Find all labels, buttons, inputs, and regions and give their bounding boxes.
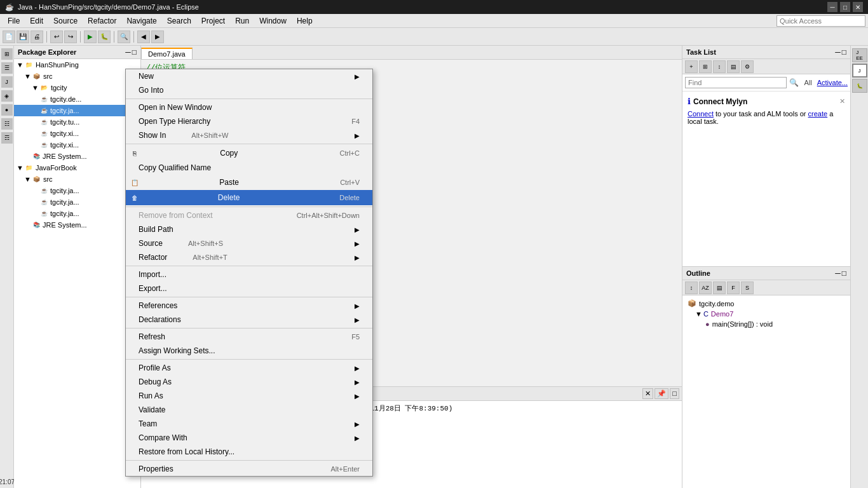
outline-item-package[interactable]: 📦 tgcity.demo bbox=[685, 298, 848, 309]
panel-minimize[interactable]: ─ bbox=[125, 48, 131, 57]
activate-link[interactable]: Activate... bbox=[817, 79, 848, 86]
tree-item-tgcityxi2[interactable]: ☕ tgcity.xi... bbox=[14, 139, 140, 151]
ctx-item-opentypehier[interactable]: Open Type Hierarchy F4 bbox=[126, 114, 372, 128]
connect-link[interactable]: Connect bbox=[688, 110, 714, 118]
ctx-item-export[interactable]: Export... bbox=[126, 281, 372, 295]
left-icon-7[interactable]: ☶ bbox=[1, 132, 13, 144]
ctx-item-import[interactable]: Import... bbox=[126, 268, 372, 281]
create-link[interactable]: create bbox=[808, 110, 828, 118]
title-bar-controls[interactable]: ─ □ ✕ bbox=[827, 2, 863, 12]
tree-item-ja2[interactable]: ☕ tgcity.ja... bbox=[14, 196, 140, 208]
toolbar-search[interactable]: 🔍 bbox=[118, 30, 130, 43]
ctx-item-showin[interactable]: Show In Alt+Shift+W ▶ bbox=[126, 128, 372, 142]
ctx-item-refactor[interactable]: Refactor Alt+Shift+T ▶ bbox=[126, 250, 372, 264]
menu-file[interactable]: File bbox=[3, 15, 25, 27]
task-list-minimize[interactable]: ─ bbox=[835, 48, 841, 57]
tree-item-tgcityja-selected[interactable]: ☕ tgcity.ja... bbox=[14, 105, 140, 116]
menu-edit[interactable]: Edit bbox=[25, 15, 48, 27]
menu-help[interactable]: Help bbox=[292, 15, 318, 27]
tree-item-ja3[interactable]: ☕ tgcity.ja... bbox=[14, 208, 140, 219]
tree-item-jresys1[interactable]: 📚 JRE System... bbox=[14, 151, 140, 162]
console-close-btn[interactable]: ✕ bbox=[642, 388, 653, 399]
outline-class-label[interactable]: Demo7 bbox=[711, 310, 733, 318]
outline-hide-btn[interactable]: ↕ bbox=[685, 281, 698, 294]
ctx-item-team[interactable]: Team ▶ bbox=[126, 417, 372, 431]
left-icon-6[interactable]: ☷ bbox=[1, 118, 13, 130]
task-settings-btn[interactable]: ⚙ bbox=[741, 60, 754, 73]
maximize-button[interactable]: □ bbox=[840, 2, 850, 12]
outline-item-class[interactable]: ▼ C Demo7 bbox=[685, 309, 848, 319]
console-pin-btn[interactable]: 📌 bbox=[654, 388, 668, 399]
toolbar-redo[interactable]: ↪ bbox=[64, 30, 77, 43]
persp-java[interactable]: J bbox=[852, 64, 867, 78]
ctx-item-properties[interactable]: Properties Alt+Enter bbox=[126, 462, 372, 476]
tree-item-tgcityxi1[interactable]: ☕ tgcity.xi... bbox=[14, 128, 140, 139]
toolbar-debug[interactable]: 🐛 bbox=[98, 30, 111, 43]
left-icon-3[interactable]: J bbox=[1, 76, 13, 88]
task-list-maximize[interactable]: □ bbox=[842, 48, 846, 57]
menu-window[interactable]: Window bbox=[254, 15, 292, 27]
editor-tab-demo7[interactable]: Demo7.java bbox=[141, 48, 193, 59]
connect-mylyn-close[interactable]: ✕ bbox=[839, 97, 845, 105]
outline-field-btn[interactable]: F bbox=[727, 281, 740, 294]
quick-access-input[interactable] bbox=[776, 15, 865, 27]
tree-item-ja1[interactable]: ☕ tgcity.ja... bbox=[14, 185, 140, 196]
persp-javaee[interactable]: JEE bbox=[852, 48, 867, 62]
toolbar-print[interactable]: 🖨 bbox=[31, 30, 43, 43]
left-icon-4[interactable]: ◈ bbox=[1, 90, 13, 102]
ctx-item-paste[interactable]: 📋 Paste Ctrl+V bbox=[126, 175, 372, 190]
task-sort-btn[interactable]: ↕ bbox=[713, 60, 726, 73]
ctx-item-new[interactable]: New ▶ bbox=[126, 69, 372, 83]
left-icon-1[interactable]: ⊞ bbox=[1, 48, 13, 60]
task-group-btn[interactable]: ▤ bbox=[727, 60, 740, 73]
outline-group-btn[interactable]: ▤ bbox=[713, 281, 726, 294]
menu-refactor[interactable]: Refactor bbox=[83, 15, 121, 27]
ctx-item-declarations[interactable]: Declarations ▶ bbox=[126, 313, 372, 327]
tree-item-hanshunping[interactable]: ▼ 📁 HanShunPing bbox=[14, 59, 140, 71]
task-filter-btn[interactable]: ⊞ bbox=[699, 60, 712, 73]
tree-item-src1[interactable]: ▼ 📦 src bbox=[14, 71, 140, 82]
ctx-item-delete[interactable]: 🗑 Delete Delete bbox=[126, 190, 372, 205]
ctx-item-refresh[interactable]: Refresh F5 bbox=[126, 330, 372, 344]
task-find-input[interactable] bbox=[685, 77, 787, 88]
ctx-item-source[interactable]: Source Alt+Shift+S ▶ bbox=[126, 236, 372, 250]
ctx-item-workingsets[interactable]: Assign Working Sets... bbox=[126, 344, 372, 358]
toolbar-undo[interactable]: ↩ bbox=[50, 30, 63, 43]
menu-run[interactable]: Run bbox=[230, 15, 254, 27]
ctx-item-copyqualified[interactable]: Copy Qualified Name bbox=[126, 161, 372, 175]
menu-project[interactable]: Project bbox=[196, 15, 230, 27]
toolbar-forward[interactable]: ▶ bbox=[151, 30, 164, 43]
menu-search[interactable]: Search bbox=[162, 15, 196, 27]
tree-item-tgcity[interactable]: ▼ 📂 tgcity bbox=[14, 82, 140, 93]
ctx-item-copy[interactable]: ⎘ Copy Ctrl+C bbox=[126, 146, 372, 161]
outline-item-method[interactable]: ● main(String[]) : void bbox=[685, 319, 848, 329]
persp-debug[interactable]: 🐛 bbox=[852, 79, 867, 93]
tree-item-tgcitytu[interactable]: ☕ tgcity.tu... bbox=[14, 116, 140, 128]
ctx-item-references[interactable]: References ▶ bbox=[126, 299, 372, 313]
task-add-btn[interactable]: + bbox=[685, 60, 698, 73]
ctx-item-openwindow[interactable]: Open in New Window bbox=[126, 100, 372, 114]
ctx-item-buildpath[interactable]: Build Path ▶ bbox=[126, 222, 372, 236]
toolbar-run[interactable]: ▶ bbox=[84, 30, 97, 43]
toolbar-save[interactable]: 💾 bbox=[17, 30, 29, 43]
ctx-item-profileas[interactable]: Profile As ▶ bbox=[126, 361, 372, 375]
outline-sort-btn[interactable]: AZ bbox=[699, 281, 712, 294]
minimize-button[interactable]: ─ bbox=[827, 2, 837, 12]
left-icon-2[interactable]: ☰ bbox=[1, 62, 13, 74]
left-icon-5[interactable]: ● bbox=[1, 104, 13, 116]
tree-item-javaforbook[interactable]: ▼ 📁 JavaForBook bbox=[14, 162, 140, 173]
console-max-btn[interactable]: □ bbox=[670, 388, 679, 399]
menu-source[interactable]: Source bbox=[48, 15, 83, 27]
ctx-item-comparewith[interactable]: Compare With ▶ bbox=[126, 431, 372, 445]
panel-maximize[interactable]: □ bbox=[132, 48, 137, 57]
tree-item-tgcityde[interactable]: ☕ tgcity.de... bbox=[14, 93, 140, 105]
outline-minimize[interactable]: ─ bbox=[835, 269, 841, 278]
close-button[interactable]: ✕ bbox=[853, 2, 863, 12]
outline-maximize[interactable]: □ bbox=[842, 269, 846, 278]
toolbar-new[interactable]: 📄 bbox=[3, 30, 15, 43]
ctx-item-debugas[interactable]: Debug As ▶ bbox=[126, 375, 372, 389]
ctx-item-restorefromlocal[interactable]: Restore from Local History... bbox=[126, 445, 372, 459]
menu-navigate[interactable]: Navigate bbox=[121, 15, 161, 27]
outline-static-btn[interactable]: S bbox=[741, 281, 754, 294]
tree-item-src2[interactable]: ▼ 📦 src bbox=[14, 173, 140, 185]
